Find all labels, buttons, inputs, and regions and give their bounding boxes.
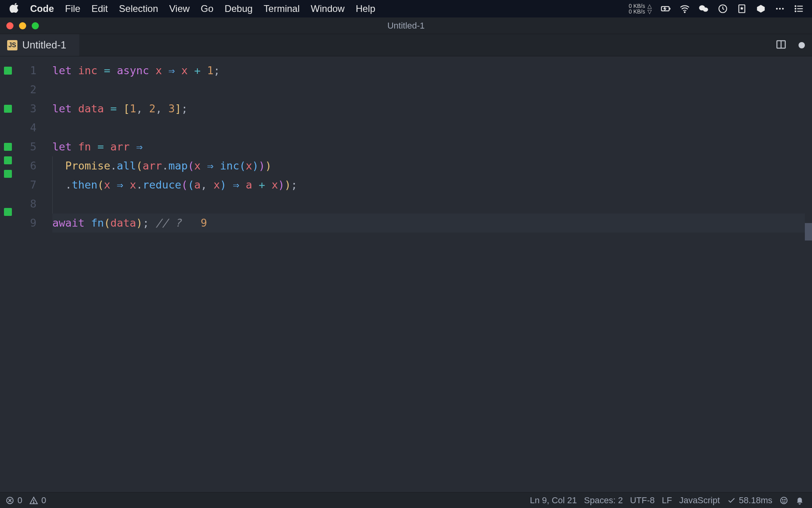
- split-editor-icon[interactable]: [776, 39, 787, 52]
- menu-file[interactable]: File: [65, 3, 80, 14]
- more-icon[interactable]: [775, 4, 785, 14]
- tab-untitled-1[interactable]: JS Untitled-1: [0, 34, 79, 56]
- status-timing[interactable]: 58.18ms: [727, 495, 772, 506]
- window-titlebar: Untitled-1: [0, 17, 812, 34]
- menu-edit[interactable]: Edit: [92, 3, 108, 14]
- gutter-mark[interactable]: [4, 208, 12, 216]
- line-number: 3: [16, 99, 36, 118]
- macos-menubar: Code File Edit Selection View Go Debug T…: [0, 0, 812, 17]
- status-feedback-icon[interactable]: [779, 496, 788, 505]
- svg-point-9: [782, 8, 783, 10]
- gutter-mark[interactable]: [4, 67, 12, 75]
- line-number: 2: [16, 80, 36, 99]
- code-editor[interactable]: 123456789 let inc = async x ⇒ x + 1;let …: [0, 56, 812, 492]
- menu-view[interactable]: View: [169, 3, 190, 14]
- svg-point-13: [795, 6, 796, 6]
- svg-point-2: [684, 12, 685, 13]
- svg-point-4: [703, 8, 708, 12]
- tab-bar: JS Untitled-1: [0, 34, 812, 56]
- code-line[interactable]: await fn(data); // ? 9: [52, 214, 805, 233]
- code-area[interactable]: let inc = async x ⇒ x + 1;let data = [1,…: [44, 56, 805, 492]
- svg-point-7: [776, 8, 778, 10]
- menu-terminal[interactable]: Terminal: [264, 3, 300, 14]
- gutter-mark[interactable]: [4, 156, 12, 164]
- svg-point-8: [779, 8, 781, 10]
- line-number: 7: [16, 175, 36, 194]
- tab-label: Untitled-1: [22, 39, 66, 51]
- status-cursor-position[interactable]: Ln 9, Col 21: [530, 495, 577, 506]
- code-line[interactable]: .then(x ⇒ x.reduce((a, x) ⇒ a + x));: [52, 175, 805, 194]
- line-number-gutter: 123456789: [16, 56, 44, 492]
- code-line[interactable]: [52, 80, 805, 99]
- menubar-app-name[interactable]: Code: [30, 3, 54, 14]
- code-line[interactable]: Promise.all(arr.map(x ⇒ inc(x))): [52, 156, 805, 175]
- status-errors-count: 0: [17, 495, 22, 506]
- wifi-icon[interactable]: [680, 4, 690, 14]
- indent-guide: [52, 175, 53, 194]
- wechat-icon[interactable]: [699, 4, 709, 14]
- clock-icon[interactable]: [718, 4, 728, 14]
- code-line[interactable]: let inc = async x ⇒ x + 1;: [52, 61, 805, 80]
- indent-guide: [52, 156, 53, 175]
- gutter-marks: [0, 56, 16, 492]
- svg-point-22: [33, 502, 34, 503]
- status-bar: 0 0 Ln 9, Col 21 Spaces: 2 UTF-8 LF Java…: [0, 492, 812, 508]
- gutter-mark[interactable]: [4, 143, 12, 151]
- apple-icon[interactable]: [10, 2, 20, 15]
- window-title: Untitled-1: [0, 21, 812, 31]
- unsaved-indicator-icon[interactable]: [799, 42, 805, 48]
- bookmark-star-icon[interactable]: [737, 4, 747, 14]
- menu-debug[interactable]: Debug: [224, 3, 253, 14]
- net-down-value: 0 KB/s: [629, 9, 645, 14]
- status-indentation[interactable]: Spaces: 2: [584, 495, 623, 506]
- menu-help[interactable]: Help: [356, 3, 375, 14]
- svg-point-14: [795, 8, 796, 9]
- status-language[interactable]: JavaScript: [679, 495, 720, 506]
- javascript-file-icon: JS: [7, 40, 17, 50]
- status-warnings[interactable]: 0: [29, 495, 46, 506]
- box-icon[interactable]: [756, 4, 766, 14]
- menu-go[interactable]: Go: [201, 3, 213, 14]
- code-line[interactable]: [52, 194, 805, 214]
- menu-window[interactable]: Window: [311, 3, 345, 14]
- scrollbar-thumb[interactable]: [805, 223, 812, 241]
- gutter-mark[interactable]: [4, 105, 12, 113]
- svg-point-23: [781, 497, 787, 504]
- code-line[interactable]: let fn = arr ⇒: [52, 137, 805, 156]
- status-errors[interactable]: 0: [6, 495, 22, 506]
- minimap[interactable]: [805, 56, 812, 492]
- line-number: 8: [16, 194, 36, 214]
- line-number: 6: [16, 156, 36, 175]
- code-line[interactable]: let data = [1, 2, 3];: [52, 99, 805, 118]
- line-number: 4: [16, 118, 36, 137]
- status-encoding[interactable]: UTF-8: [630, 495, 655, 506]
- battery-charging-icon[interactable]: [661, 4, 671, 14]
- list-icon[interactable]: [794, 4, 804, 14]
- gutter-mark[interactable]: [4, 170, 12, 178]
- status-eol[interactable]: LF: [662, 495, 672, 506]
- indent-guide: [52, 194, 53, 214]
- status-warnings-count: 0: [41, 495, 46, 506]
- code-line[interactable]: [52, 118, 805, 137]
- line-number: 1: [16, 61, 36, 80]
- svg-point-15: [795, 11, 796, 12]
- svg-point-25: [785, 499, 785, 500]
- menu-selection[interactable]: Selection: [119, 3, 158, 14]
- net-up-value: 0 KB/s: [629, 3, 645, 9]
- editor-window: Untitled-1 JS Untitled-1 123456789 let i…: [0, 17, 812, 508]
- status-bell-icon[interactable]: [795, 496, 804, 505]
- network-speed-indicator[interactable]: 0 KB/s△ 0 KB/s▽: [629, 3, 652, 14]
- line-number: 5: [16, 137, 36, 156]
- line-number: 9: [16, 214, 36, 233]
- svg-point-24: [782, 499, 783, 500]
